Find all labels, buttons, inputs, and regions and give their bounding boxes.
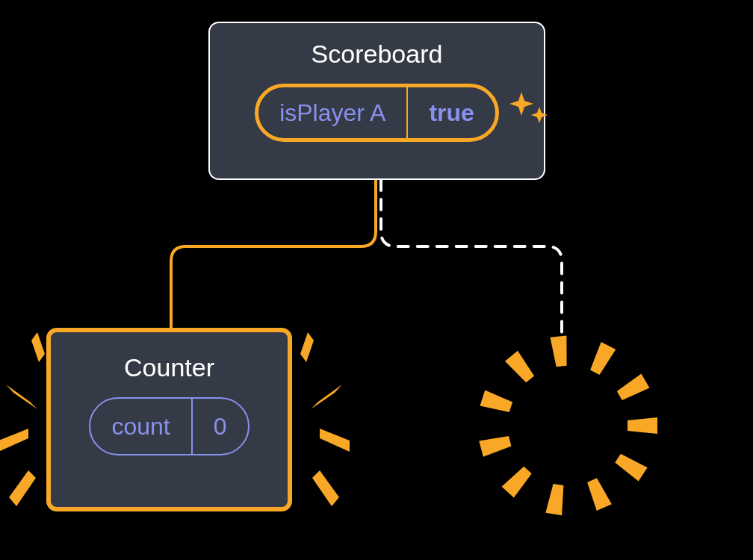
scoreboard-state-pill: isPlayer A true	[255, 84, 499, 142]
svg-marker-0	[31, 332, 45, 362]
svg-marker-18	[616, 373, 650, 402]
svg-marker-7	[312, 470, 339, 506]
svg-marker-16	[551, 336, 570, 367]
svg-marker-5	[311, 385, 342, 409]
sparkle-icon	[506, 86, 551, 131]
svg-marker-12	[502, 464, 534, 497]
scoreboard-node: Scoreboard isPlayer A true	[208, 22, 545, 180]
state-key-label: count	[90, 399, 192, 454]
svg-marker-11	[545, 483, 566, 515]
counter-node: Counter count 0	[46, 328, 292, 511]
burst-empty-icon	[463, 321, 672, 530]
svg-marker-15	[505, 351, 536, 385]
state-value-label: 0	[193, 399, 248, 454]
counter-state-pill: count 0	[89, 397, 249, 455]
svg-marker-2	[0, 429, 28, 452]
state-value-label: true	[408, 87, 495, 138]
svg-marker-6	[320, 429, 350, 452]
svg-marker-8	[628, 417, 657, 434]
counter-title: Counter	[76, 353, 262, 382]
svg-marker-9	[613, 451, 648, 481]
svg-marker-17	[588, 342, 616, 376]
svg-marker-13	[479, 433, 512, 457]
svg-marker-4	[300, 332, 314, 362]
svg-marker-1	[6, 385, 37, 409]
svg-marker-3	[9, 470, 36, 506]
state-key-label: isPlayer A	[258, 87, 408, 138]
svg-marker-10	[584, 477, 611, 511]
svg-marker-14	[480, 390, 513, 414]
scoreboard-title: Scoreboard	[235, 40, 518, 69]
